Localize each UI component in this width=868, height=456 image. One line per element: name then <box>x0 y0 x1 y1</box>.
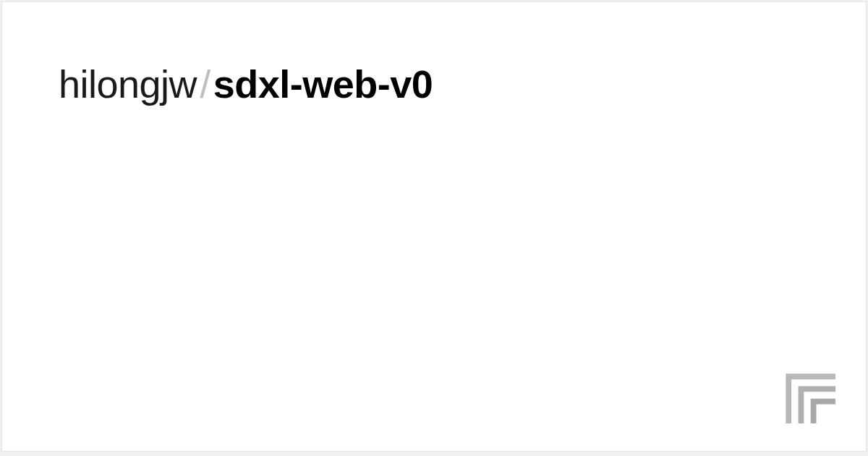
repo-name: sdxl-web-v0 <box>213 62 433 106</box>
replicate-logo-icon <box>779 367 835 423</box>
owner-name: hilongjw <box>59 62 197 106</box>
preview-card: hilongjw / sdxl-web-v0 <box>1 1 867 452</box>
repo-title: hilongjw / sdxl-web-v0 <box>59 62 433 106</box>
path-separator: / <box>200 62 210 106</box>
